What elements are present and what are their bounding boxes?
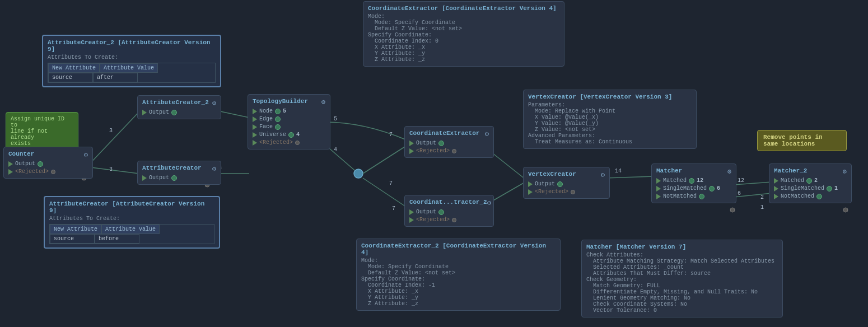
vc-rej-dot [571, 190, 575, 194]
counter-gear-icon[interactable]: ⚙ [84, 151, 88, 159]
matcher2-single-label: SingleMatched [781, 185, 824, 191]
ce2-gear-icon[interactable]: ⚙ [487, 199, 491, 207]
vertex-creator-node[interactable]: VertexCreator ⚙ Output <Rejected> [523, 167, 610, 199]
ce-top-defz: Default Z Value: <not set> [368, 26, 559, 32]
vc-rejected-port: <Rejected> [528, 189, 605, 195]
ac-out-triangle [142, 175, 147, 181]
matcher2-nm-label: NotMatched [781, 193, 814, 199]
matcher-notmatched-port: NotMatched [656, 193, 731, 199]
assign-line1: Assign unique ID to [11, 116, 64, 128]
matcher-single-circle [709, 186, 715, 191]
matcher2-single-circle [827, 186, 832, 191]
remove-line1: Remove points in [763, 134, 823, 141]
topology-builder-node[interactable]: TopologyBuilder ⚙ Node 5 Edge Face Unive… [248, 94, 330, 150]
attribute-creator-2-node[interactable]: AttributeCreator_2 ⚙ Output [137, 95, 221, 119]
vc-node-title: VertexCreator [528, 171, 576, 177]
vc-info-adv: Advanced Parameters: [528, 133, 692, 139]
tb-node-tri [253, 109, 257, 114]
ce-top-mode: Mode: [368, 13, 559, 20]
matcher-node[interactable]: Matcher ⚙ Matched 12 SingleMatched 6 Not… [651, 164, 736, 203]
vc-info-treat: Treat Measures as: Continuous [528, 139, 692, 145]
ce2-rejected-port: <Rejected> [409, 217, 489, 223]
assign-line2: line if not already [11, 128, 48, 141]
ac-header-val: Attribute Value [101, 225, 160, 234]
ce2-rej-label: <Rejected> [416, 217, 450, 223]
tb-face-tri [253, 124, 257, 130]
tb-universe-port: Universe 4 [253, 132, 325, 138]
svg-text:7: 7 [389, 132, 393, 138]
ce2-info-mode: Mode: [361, 258, 556, 264]
m-vector-tol: Vector Tolerance: 0 [586, 307, 778, 314]
ce2-title: Coordinat...tractor_2 [409, 199, 487, 205]
svg-point-34 [843, 208, 848, 212]
vc-info-mode: Mode: Replace with Point [528, 108, 692, 114]
svg-text:7: 7 [389, 180, 393, 186]
matcher-matched-tri [656, 178, 661, 184]
svg-text:2: 2 [760, 194, 764, 200]
counter-title: Counter [8, 151, 34, 157]
ce2-rej-dot [452, 218, 456, 222]
coord-extractor-1-node[interactable]: CoordinateExtractor ⚙ Output <Rejected> [404, 126, 494, 158]
counter-rejected-label: <Rejected> [15, 169, 49, 175]
ac-source: source [50, 234, 95, 244]
tb-header: TopologyBuilder ⚙ [253, 98, 325, 106]
tb-title: TopologyBuilder [253, 98, 308, 105]
tb-rejected-tri [253, 140, 257, 146]
matcher-2-node[interactable]: Matcher_2 ⚙ Matched 2 SingleMatched 1 No… [769, 164, 852, 203]
remove-points-box: Remove points in same locations [757, 130, 847, 151]
assign-unique-box: Assign unique ID to line if not already … [6, 112, 78, 151]
ce2-output-port: Output [409, 209, 489, 215]
ce1-rej-dot [452, 149, 456, 153]
tb-node-circle [275, 109, 281, 114]
ce2-info-ci: Coordinate Index: -1 [361, 282, 556, 288]
ac2-node-header: AttributeCreator_2 ⚙ [142, 99, 216, 108]
tb-rejected-label: <Rejected> [259, 139, 293, 146]
ac2-out-label: Output [149, 109, 169, 115]
tb-face-circle [275, 124, 281, 130]
tb-node-port: Node 5 [253, 108, 325, 114]
svg-text:12: 12 [738, 177, 744, 184]
ce1-rejected-port: <Rejected> [409, 148, 489, 154]
tb-node-label: Node [259, 108, 273, 114]
counter-output-label: Output [15, 161, 35, 167]
matcher2-header: Matcher_2 ⚙ [774, 167, 847, 176]
ce1-header: CoordinateExtractor ⚙ [409, 130, 489, 138]
counter-rejected-triangle [8, 169, 13, 175]
vertex-creator-info-box: VertexCreator [VertexCreator Version 3] … [523, 90, 697, 149]
ce2-info-defz: Default Z Value: <not set> [361, 270, 556, 276]
tb-node-num: 5 [283, 108, 286, 114]
ce2-info-mode-val: Mode: Specify Coordinate [361, 264, 556, 270]
ce2-header: Coordinat...tractor_2 ⚙ [409, 199, 489, 207]
ac-out-label: Output [149, 175, 169, 181]
ac2-header-row: New Attribute Attribute Value [48, 63, 215, 73]
matcher2-matched-port: Matched 2 [774, 177, 847, 184]
ce1-gear-icon[interactable]: ⚙ [485, 130, 489, 138]
svg-text:4: 4 [334, 147, 337, 153]
ac2-header-val: Attribute Value [100, 63, 158, 73]
vc-out-circle [557, 181, 563, 187]
m-check-attr: Check Attributes: [586, 252, 778, 258]
attribute-creator-node[interactable]: AttributeCreator ⚙ Output [137, 161, 221, 185]
tb-universe-num: 4 [296, 132, 300, 138]
ac2-gear-icon[interactable]: ⚙ [212, 99, 216, 108]
ce2-out-circle [438, 209, 444, 215]
vc-gear-icon[interactable]: ⚙ [601, 171, 605, 179]
matcher-single-port: SingleMatched 6 [656, 185, 731, 191]
m-diff-empty: Differentiate Empty, Missing, and Null T… [586, 289, 778, 295]
ce2-info-title: CoordinateExtractor_2 [CoordinateExtract… [361, 242, 556, 256]
ac-gear-icon[interactable]: ⚙ [212, 165, 216, 173]
tb-universe-tri [253, 132, 257, 138]
matcher-gear-icon[interactable]: ⚙ [727, 167, 731, 176]
vc-info-x: X Value: @Value(_x) [528, 114, 692, 120]
counter-node[interactable]: Counter ⚙ Output <Rejected> [3, 147, 93, 179]
matcher2-gear-icon[interactable]: ⚙ [843, 167, 847, 176]
coord-extractor-2-node[interactable]: Coordinat...tractor_2 ⚙ Output <Rejected… [404, 195, 494, 227]
tb-gear-icon[interactable]: ⚙ [321, 98, 325, 106]
counter-header: Counter ⚙ [8, 151, 88, 159]
ac-data-row: source before [50, 234, 214, 244]
svg-line-7 [363, 178, 407, 207]
ce1-title: CoordinateExtractor [409, 130, 479, 137]
matcher-matched-label: Matched [663, 177, 687, 184]
ac-info-subtitle: Attributes To Create: [49, 216, 214, 222]
ce1-out-circle [438, 141, 444, 146]
